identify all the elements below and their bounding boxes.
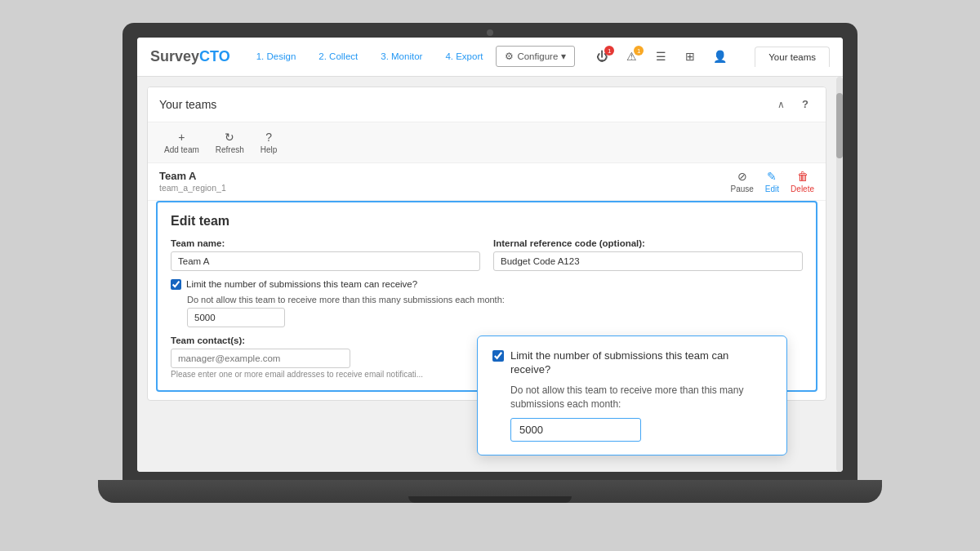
refresh-button[interactable]: ↻ Refresh (207, 127, 252, 158)
delete-label: Delete (791, 184, 814, 193)
tab-design[interactable]: 1. Design (247, 47, 306, 66)
tooltip-popup: Limit the number of submissions this tea… (477, 335, 787, 455)
toolbar: + Add team ↻ Refresh ? Help (148, 122, 826, 163)
help-label: Help (261, 145, 278, 154)
pause-button[interactable]: ⊘ Pause (731, 170, 754, 193)
team-name: Team A (159, 170, 226, 182)
plus-icon: + (178, 131, 185, 144)
configure-label: Configure (517, 51, 558, 61)
scrollbar[interactable] (836, 77, 843, 472)
app-header: Survey CTO 1. Design 2. Collect 3. Monit… (137, 38, 843, 77)
ref-code-input[interactable] (493, 251, 803, 271)
tooltip-title: Limit the number of submissions this tea… (510, 349, 772, 377)
logo: Survey CTO (150, 48, 230, 65)
sub-limit-label: Do not allow this team to receive more t… (187, 295, 803, 304)
tooltip-header-row: Limit the number of submissions this tea… (492, 349, 772, 377)
delete-icon: 🗑 (797, 170, 808, 183)
your-teams-tab[interactable]: Your teams (755, 47, 830, 67)
nav-tabs: 1. Design 2. Collect 3. Monitor 4. Expor… (247, 46, 592, 67)
configure-chevron: ▾ (561, 51, 566, 62)
gear-icon: ⚙ (505, 51, 514, 62)
ref-code-label: Internal reference code (optional): (493, 238, 803, 248)
teams-panel-title: Your teams (159, 98, 216, 111)
laptop-camera (487, 29, 493, 36)
logo-survey: Survey (150, 48, 199, 65)
header-icons: ⏻ 1 ⚠ 1 ☰ ⊞ (591, 47, 830, 67)
limit-checkbox[interactable] (171, 279, 181, 290)
table-row: Team A team_a_region_1 ⊘ Pause (148, 163, 826, 201)
help-toolbar-button[interactable]: ? Help (252, 127, 286, 158)
tab-export[interactable]: 4. Export (435, 47, 492, 66)
team-name-input[interactable] (171, 251, 480, 271)
tab-collect[interactable]: 2. Collect (309, 47, 368, 66)
ref-code-group: Internal reference code (optional): (493, 238, 803, 271)
warning-badge: 1 (634, 46, 644, 56)
limit-checkbox-label: Limit the number of submissions this tea… (186, 279, 417, 289)
delete-button[interactable]: 🗑 Delete (791, 170, 814, 193)
pause-label: Pause (731, 184, 754, 193)
limit-input-section: Do not allow this team to receive more t… (187, 295, 803, 327)
help-button[interactable]: ? (796, 96, 814, 113)
tooltip-sub-label: Do not allow this team to receive more t… (510, 384, 772, 411)
team-actions: ⊘ Pause ✎ Edit 🗑 Delete (731, 170, 815, 193)
edit-icon: ✎ (767, 170, 777, 183)
content-area: Your teams ∧ ? + Add team (137, 77, 843, 472)
team-name-label: Team name: (171, 238, 480, 248)
refresh-icon: ↻ (225, 131, 234, 144)
tooltip-checkbox[interactable] (492, 350, 504, 362)
team-name-group: Team name: (171, 238, 480, 271)
pause-icon: ⊘ (737, 170, 747, 183)
power-badge: 1 (604, 46, 614, 56)
edit-button[interactable]: ✎ Edit (765, 170, 779, 193)
limit-value-input[interactable] (187, 308, 285, 327)
add-team-button[interactable]: + Add team (156, 127, 207, 158)
power-icon[interactable]: ⏻ 1 (591, 47, 612, 65)
logo-cto: CTO (199, 48, 230, 65)
user-icon[interactable]: 👤 (709, 47, 730, 65)
add-team-label: Add team (164, 145, 199, 154)
list-icon[interactable]: ☰ (650, 47, 671, 65)
teams-panel-header: Your teams ∧ ? (148, 87, 826, 122)
form-row-names: Team name: Internal reference code (opti… (171, 238, 803, 271)
warning-icon[interactable]: ⚠ 1 (621, 47, 642, 65)
tab-monitor[interactable]: 3. Monitor (371, 47, 432, 66)
edit-label: Edit (765, 184, 779, 193)
team-id: team_a_region_1 (159, 183, 226, 193)
grid-icon[interactable]: ⊞ (679, 47, 701, 65)
tab-configure[interactable]: ⚙ Configure ▾ (496, 46, 575, 67)
refresh-label: Refresh (216, 145, 244, 154)
limit-checkbox-row: Limit the number of submissions this tea… (171, 279, 803, 290)
tooltip-value-input[interactable] (510, 418, 641, 442)
team-info: Team A team_a_region_1 (159, 170, 226, 193)
contact-input[interactable] (171, 349, 350, 368)
edit-team-title: Edit team (171, 214, 803, 229)
tooltip-input-wrap (510, 418, 772, 442)
teams-panel-controls: ∧ ? (772, 96, 814, 113)
collapse-button[interactable]: ∧ (772, 96, 790, 113)
main-panel: Your teams ∧ ? + Add team (137, 77, 836, 472)
help-icon: ? (265, 131, 272, 144)
laptop-base (98, 480, 882, 503)
scrollbar-thumb[interactable] (836, 93, 843, 158)
